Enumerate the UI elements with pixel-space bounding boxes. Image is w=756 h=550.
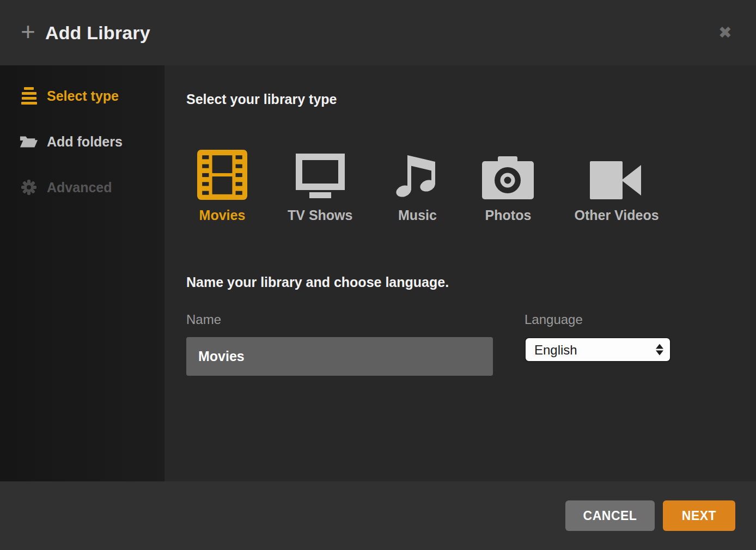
dialog-title: Add Library	[45, 22, 150, 44]
gear-icon	[20, 179, 38, 195]
library-type-label: Movies	[199, 207, 246, 223]
sidebar-item-label: Select type	[47, 88, 119, 104]
sidebar-item-label: Add folders	[47, 134, 123, 150]
library-type-label: Photos	[485, 207, 532, 223]
music-note-icon	[393, 150, 442, 200]
language-select-wrap: English	[525, 337, 671, 362]
language-field-label: Language	[525, 312, 671, 327]
library-type-photos[interactable]: Photos	[482, 150, 534, 223]
library-name-input[interactable]	[186, 337, 493, 376]
library-type-label: TV Shows	[288, 207, 352, 223]
library-type-label: Music	[398, 207, 437, 223]
name-section-heading: Name your library and choose language.	[186, 274, 756, 290]
name-field-label: Name	[186, 312, 493, 327]
cancel-button[interactable]: CANCEL	[565, 500, 655, 531]
name-language-form: Name Language English	[186, 312, 756, 376]
video-camera-icon	[590, 150, 643, 200]
step-content: Select your library type	[164, 65, 756, 481]
folder-open-icon	[20, 134, 38, 149]
language-select[interactable]: English	[525, 337, 671, 362]
dialog-header: + Add Library ✖	[0, 0, 756, 65]
library-type-tv-shows[interactable]: TV Shows	[288, 150, 352, 223]
tv-icon	[293, 150, 347, 200]
close-icon[interactable]: ✖	[716, 22, 734, 43]
wizard-steps-sidebar: Select type Add folders	[0, 65, 164, 481]
name-field-group: Name	[186, 312, 493, 376]
library-type-row: Movies TV Shows	[186, 150, 756, 223]
library-type-label: Other Videos	[574, 207, 659, 223]
add-library-dialog: + Add Library ✖ Select type Add	[0, 0, 756, 550]
next-button[interactable]: NEXT	[663, 500, 735, 531]
camera-icon	[482, 150, 534, 200]
library-type-music[interactable]: Music	[393, 150, 442, 223]
dialog-body: Select type Add folders	[0, 65, 756, 481]
library-type-movies[interactable]: Movies	[197, 150, 247, 223]
dialog-footer: CANCEL NEXT	[0, 481, 756, 550]
library-type-other-videos[interactable]: Other Videos	[574, 150, 659, 223]
language-field-group: Language English	[525, 312, 671, 376]
film-strip-icon	[197, 150, 247, 200]
plus-icon: +	[21, 19, 35, 44]
sidebar-item-label: Advanced	[47, 180, 112, 195]
type-section-heading: Select your library type	[186, 91, 756, 107]
sidebar-item-add-folders[interactable]: Add folders	[0, 126, 164, 157]
sidebar-item-select-type[interactable]: Select type	[0, 81, 164, 111]
sidebar-item-advanced: Advanced	[0, 172, 164, 203]
list-icon	[20, 87, 38, 105]
